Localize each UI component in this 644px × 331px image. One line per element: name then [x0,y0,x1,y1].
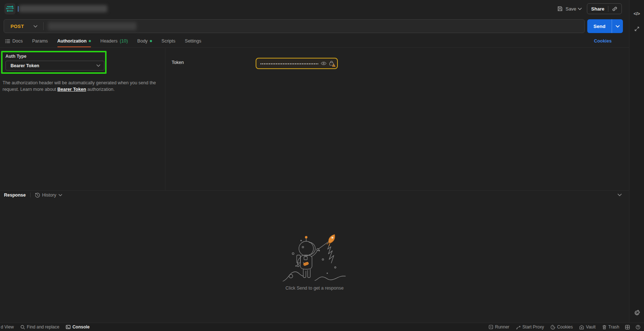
view-toggle[interactable]: d View [1,324,14,330]
request-title[interactable] [18,5,107,12]
request-title-redacted [19,5,107,12]
cookie-icon [551,325,555,330]
url-divider [43,22,44,30]
empty-response-message: Click Send to get a response [285,286,344,291]
auth-type-panel: Auth Type Bearer Token The authorization… [0,48,165,190]
collapse-response-chevron[interactable] [617,194,622,196]
trash-button[interactable]: Trash [602,324,619,330]
find-and-replace-button[interactable]: Find and replace [20,324,59,330]
share-divider [608,6,608,12]
history-label: History [42,193,56,198]
console-icon [66,325,71,329]
response-section-header: Response History [0,190,629,199]
tab-label: Authorization [57,39,87,44]
send-label: Send [593,24,605,29]
history-chevron-icon [59,194,62,196]
modified-dot [89,40,91,42]
history-clock-icon [35,193,40,198]
expand-arrows-icon[interactable] [632,24,642,34]
tab-label: Settings [185,39,201,44]
right-sidebar: </> [629,0,644,323]
url-input-redacted[interactable] [48,22,136,30]
method-chevron-icon [33,25,37,28]
tab-headers[interactable]: Headers (10) [100,35,128,47]
share-button[interactable]: Share [587,3,622,14]
response-empty-state: Click Send to get a response [0,199,629,323]
tab-authorization[interactable]: Authorization [57,35,91,47]
show-token-eye-icon[interactable] [321,61,327,65]
tab-settings[interactable]: Settings [185,35,201,47]
text-cursor [18,6,19,12]
cookies-button-label: Cookies [557,324,573,330]
runner-icon [489,325,493,329]
floppy-disk-icon [557,6,563,12]
logo-arrow-bottom [7,11,13,11]
trash-icon [602,325,607,330]
status-bar: d View Find and replace Console Runner [0,323,644,331]
auth-description: The authorization header will be automat… [3,80,160,93]
response-title: Response [4,193,26,198]
postbot-sparkle-icon[interactable] [632,307,642,318]
logo-arrow-top [7,6,13,7]
token-label: Token [172,60,184,65]
share-label: Share [591,6,604,12]
cookies-button[interactable]: Cookies [551,324,573,330]
runner-label: Runner [495,324,509,330]
trash-label: Trash [608,324,619,330]
method-selector[interactable]: POST [4,24,43,29]
tab-body[interactable]: Body [137,35,152,47]
token-masked-value: ••••••••••••••••••••••••••••••••••• [260,62,318,66]
auth-description-text: authorization. [86,87,115,92]
code-snippet-icon[interactable]: </> [632,8,642,19]
http-request-icon: HTTP [4,3,16,15]
split-pane-grid-icon [625,325,630,330]
astronaut-illustration [280,233,349,283]
start-proxy-button[interactable]: Start Proxy [516,324,544,330]
headers-count: (10) [120,39,128,44]
select-chevron-icon [96,64,100,67]
request-row: POST Send [0,17,629,35]
annotation-highlight-box: Auth Type Bearer Token [1,51,107,74]
url-bar: POST [4,19,585,33]
send-button[interactable]: Send [587,19,612,33]
send-options-chevron[interactable] [612,19,623,33]
auth-type-value: Bearer Token [11,63,39,68]
help-icon[interactable] [636,325,640,330]
method-label: POST [11,24,24,29]
tab-label: Docs [12,39,23,44]
history-dropdown[interactable]: History [35,193,62,198]
save-label: Save [565,6,576,12]
warning-triangle-icon [332,64,336,67]
code-brackets-glyph: </> [633,11,640,16]
top-bar: HTTP Save Share [0,0,629,17]
authorization-panel: Auth Type Bearer Token The authorization… [0,48,629,190]
save-button[interactable]: Save [557,6,576,12]
docs-icon [5,39,10,43]
runner-button[interactable]: Runner [489,324,509,330]
cookies-link[interactable]: Cookies [594,39,612,44]
vault-label: Vault [586,324,595,330]
tab-params[interactable]: Params [32,35,48,47]
question-circle-icon [636,325,640,330]
modified-dot [150,40,152,42]
tab-label: Body [137,39,148,44]
start-proxy-label: Start Proxy [523,324,544,330]
search-icon [20,325,25,330]
console-button[interactable]: Console [66,324,89,330]
tab-scripts[interactable]: Scripts [161,35,175,47]
tab-label: Headers [100,39,117,44]
bearer-token-link[interactable]: Bearer Token [57,87,86,92]
auth-type-select[interactable]: Bearer Token [5,61,104,70]
save-options-chevron[interactable] [578,8,582,10]
view-label: d View [1,324,14,330]
token-input[interactable]: ••••••••••••••••••••••••••••••••••• [256,58,338,69]
link-icon[interactable] [612,6,617,12]
vault-icon [579,325,584,330]
tab-label: Params [32,39,48,44]
tab-docs[interactable]: Docs [5,35,23,47]
token-security-icon[interactable] [329,61,335,66]
tab-label: Scripts [161,39,175,44]
split-pane-icon[interactable] [625,325,630,330]
send-button-group: Send [587,19,623,33]
vault-button[interactable]: Vault [579,324,595,330]
